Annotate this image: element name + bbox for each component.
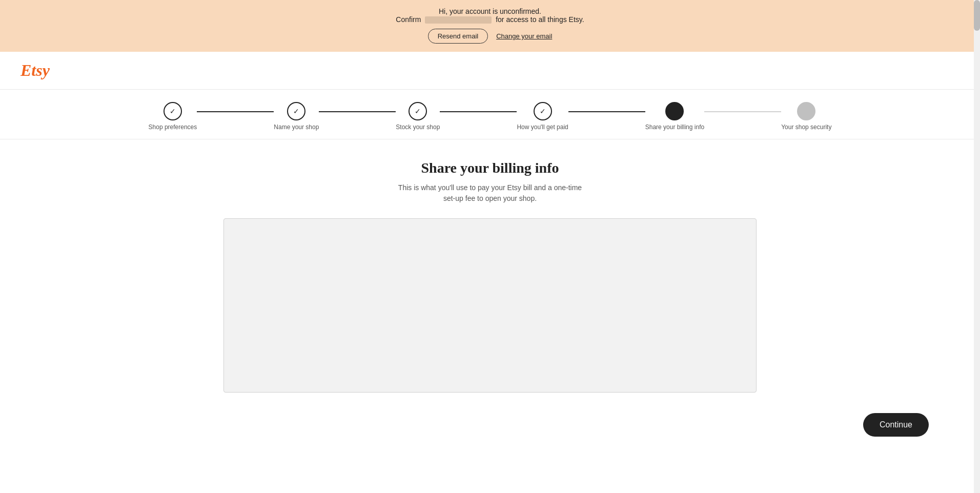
step-circle-how-youll-get-paid xyxy=(534,102,552,120)
step-label-share-billing-info: Share your billing info xyxy=(645,124,704,131)
connector-3 xyxy=(440,111,517,112)
step-circle-share-billing-info xyxy=(665,102,684,120)
billing-form-area xyxy=(223,218,757,393)
page-subtitle: This is what you'll use to pay your Etsy… xyxy=(393,182,587,204)
connector-4 xyxy=(568,111,645,112)
step-circle-stock-your-shop xyxy=(409,102,427,120)
connector-2 xyxy=(319,111,396,112)
scrollbar[interactable] xyxy=(974,0,980,493)
step-shop-preferences: Shop preferences xyxy=(149,102,197,131)
step-label-how-youll-get-paid: How you'll get paid xyxy=(517,124,568,131)
header: Etsy xyxy=(0,52,980,90)
continue-button[interactable]: Continue xyxy=(863,413,929,437)
step-label-stock-your-shop: Stock your shop xyxy=(396,124,440,131)
stepper: Shop preferences Name your shop Stock yo… xyxy=(149,102,832,131)
connector-1 xyxy=(197,111,274,112)
step-circle-name-your-shop xyxy=(287,102,305,120)
banner-actions: Resend email Change your email xyxy=(0,29,980,44)
connector-5 xyxy=(704,111,781,112)
banner-confirm: Confirm xyxy=(396,15,421,24)
banner-suffix: for access to all things Etsy. xyxy=(496,15,584,24)
step-circle-your-shop-security xyxy=(797,102,815,120)
stepper-container: Shop preferences Name your shop Stock yo… xyxy=(0,90,980,139)
step-label-your-shop-security: Your shop security xyxy=(781,124,831,131)
resend-email-button[interactable]: Resend email xyxy=(428,29,488,44)
scrollbar-thumb[interactable] xyxy=(974,0,980,31)
step-label-name-your-shop: Name your shop xyxy=(274,124,319,131)
page-title: Share your billing info xyxy=(421,160,559,176)
change-email-link[interactable]: Change your email xyxy=(496,32,552,40)
email-placeholder xyxy=(425,16,492,24)
step-circle-shop-preferences xyxy=(164,102,182,120)
notification-banner: Hi, your account is unconfirmed. Confirm… xyxy=(0,0,980,52)
step-name-your-shop: Name your shop xyxy=(274,102,319,131)
step-share-billing-info: Share your billing info xyxy=(645,102,704,131)
banner-message: Hi, your account is unconfirmed. Confirm… xyxy=(0,7,980,24)
continue-button-container: Continue xyxy=(10,403,970,437)
main-content: Share your billing info This is what you… xyxy=(0,139,980,457)
banner-prefix: Hi, your account is unconfirmed. xyxy=(439,7,541,15)
step-your-shop-security: Your shop security xyxy=(781,102,831,131)
step-label-shop-preferences: Shop preferences xyxy=(149,124,197,131)
etsy-logo[interactable]: Etsy xyxy=(21,61,959,80)
step-how-youll-get-paid: How you'll get paid xyxy=(517,102,568,131)
step-stock-your-shop: Stock your shop xyxy=(396,102,440,131)
